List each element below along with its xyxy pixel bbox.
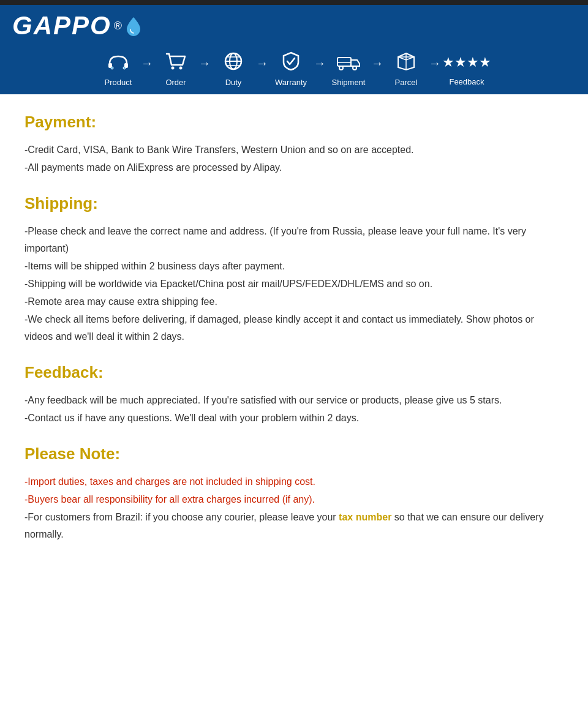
- step-duty-label: Duty: [225, 78, 242, 87]
- feedback-body: -Any feedback will be much appreciated. …: [24, 392, 564, 426]
- step-warranty-label: Warranty: [275, 78, 307, 87]
- step-order-label: Order: [165, 78, 186, 87]
- feedback-line-2: -Contact us if have any questions. We'll…: [24, 410, 564, 426]
- header-top: GAPPO ®: [12, 11, 576, 45]
- payment-line-1: -Credit Card, VISA, Bank to Bank Wire Tr…: [24, 141, 564, 158]
- logo-text: GAPPO: [12, 11, 111, 40]
- note-red-1: -Import duties, taxes and charges are no…: [24, 473, 564, 490]
- arrow-1: →: [141, 56, 153, 83]
- note-section: Please Note: -Import duties, taxes and c…: [24, 445, 564, 542]
- arrow-2: →: [198, 56, 211, 83]
- duty-icon: [222, 51, 244, 75]
- step-product: Product: [97, 51, 140, 87]
- payment-line-2: -All payments made on AliExpress are pro…: [24, 159, 564, 176]
- feedback-title: Feedback:: [24, 363, 564, 382]
- shipping-line-5: -We check all items before delivering, i…: [24, 311, 564, 344]
- payment-body: -Credit Card, VISA, Bank to Bank Wire Tr…: [24, 141, 564, 176]
- logo: GAPPO ®: [12, 11, 141, 40]
- main-content: Payment: -Credit Card, VISA, Bank to Ban…: [0, 94, 588, 585]
- shipping-line-3: -Shipping will be worldwide via Epacket/…: [24, 276, 564, 292]
- arrow-4: →: [314, 56, 326, 83]
- payment-section: Payment: -Credit Card, VISA, Bank to Ban…: [24, 113, 564, 176]
- step-warranty: Warranty: [270, 51, 312, 87]
- step-parcel-label: Parcel: [395, 78, 418, 87]
- shipping-body: -Please check and leave the correct name…: [24, 223, 564, 344]
- droplet-icon: [126, 16, 141, 37]
- step-shipment: Shipment: [327, 51, 370, 87]
- shipping-section: Shipping: -Please check and leave the co…: [24, 194, 564, 344]
- note-mixed-line: -For customers from Brazil: if you choos…: [24, 509, 564, 542]
- logo-letters: GAPPO: [12, 11, 111, 40]
- step-shipment-label: Shipment: [332, 78, 366, 87]
- arrow-3: →: [256, 56, 268, 83]
- note-body: -Import duties, taxes and charges are no…: [24, 473, 564, 542]
- step-feedback-label: Feedback: [449, 77, 484, 86]
- shipment-icon: [336, 51, 361, 75]
- shipping-line-4: -Remote area may cause extra shipping fe…: [24, 293, 564, 310]
- shipping-line-2: -Items will be shipped within 2 business…: [24, 258, 564, 274]
- steps-bar: Product → Order →: [12, 45, 576, 94]
- step-product-label: Product: [105, 78, 132, 87]
- shipping-title: Shipping:: [24, 194, 564, 213]
- step-order: Order: [154, 51, 197, 87]
- registered-symbol: ®: [114, 20, 122, 32]
- step-parcel: Parcel: [385, 51, 428, 87]
- tax-number-highlight: tax number: [339, 512, 391, 522]
- note-mixed-before: -For customers from Brazil: if you choos…: [24, 512, 339, 522]
- svg-point-5: [179, 67, 183, 70]
- warranty-icon: [281, 51, 301, 75]
- product-icon: [107, 51, 129, 75]
- svg-text:★★★★★: ★★★★★: [442, 54, 491, 70]
- svg-point-13: [353, 66, 356, 70]
- svg-point-12: [339, 66, 343, 70]
- order-icon: [165, 51, 186, 75]
- feedback-icon: ★★★★★: [442, 52, 491, 75]
- top-bar: [0, 0, 588, 5]
- arrow-5: →: [371, 56, 383, 83]
- header: GAPPO ® Product →: [0, 5, 588, 94]
- step-feedback: ★★★★★ Feedback: [442, 52, 491, 86]
- svg-point-4: [172, 67, 175, 70]
- note-title: Please Note:: [24, 445, 564, 463]
- svg-point-3: [123, 67, 126, 69]
- note-red-2: -Buyers bear all responsibility for all …: [24, 491, 564, 508]
- shipping-line-1: -Please check and leave the correct name…: [24, 223, 564, 256]
- feedback-section: Feedback: -Any feedback will be much app…: [24, 363, 564, 426]
- arrow-6: →: [429, 56, 441, 83]
- feedback-line-1: -Any feedback will be much appreciated. …: [24, 392, 564, 408]
- step-duty: Duty: [212, 51, 255, 87]
- payment-title: Payment:: [24, 113, 564, 132]
- svg-point-2: [111, 67, 113, 69]
- parcel-icon: [396, 51, 417, 75]
- svg-rect-11: [337, 58, 351, 66]
